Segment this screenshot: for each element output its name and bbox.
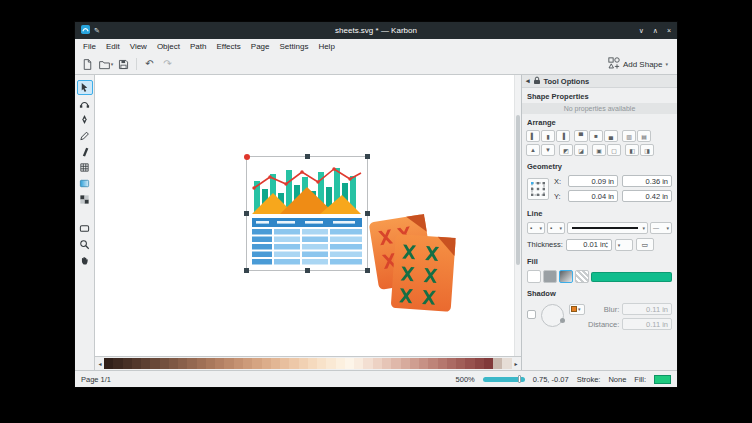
- palette-swatch[interactable]: [326, 358, 335, 369]
- menu-path[interactable]: Path: [185, 41, 211, 52]
- palette-swatch[interactable]: [410, 358, 419, 369]
- menu-help[interactable]: Help: [313, 41, 339, 52]
- palette-swatch[interactable]: [243, 358, 252, 369]
- align-top-button[interactable]: ▀: [574, 130, 588, 142]
- position-anchor-button[interactable]: [527, 178, 549, 200]
- align-center-v-button[interactable]: ■: [589, 130, 603, 142]
- palette-swatch[interactable]: [456, 358, 465, 369]
- group-button[interactable]: ▣: [592, 144, 606, 156]
- palette-swatch[interactable]: [484, 358, 493, 369]
- align-center-h-button[interactable]: ▮: [541, 130, 555, 142]
- height-field[interactable]: 0.42 in: [622, 190, 672, 202]
- align-right-button[interactable]: ▐: [556, 130, 570, 142]
- palette-swatch[interactable]: [150, 358, 159, 369]
- palette-swatch[interactable]: [447, 358, 456, 369]
- undo-button[interactable]: ↶: [141, 56, 158, 73]
- add-shape-button[interactable]: Add Shape ▾: [603, 56, 673, 72]
- blur-field[interactable]: 0.11 in: [622, 303, 672, 315]
- save-button[interactable]: [115, 56, 132, 73]
- pen-tool[interactable]: [77, 112, 93, 127]
- pattern-tool[interactable]: [77, 192, 93, 207]
- palette-swatch[interactable]: [493, 358, 502, 369]
- lock-icon[interactable]: [533, 76, 541, 87]
- selection-tool[interactable]: [77, 80, 93, 95]
- shadow-angle-dial[interactable]: [541, 304, 564, 327]
- palette-swatch[interactable]: [317, 358, 326, 369]
- palette-swatch[interactable]: [299, 358, 308, 369]
- palette-swatch[interactable]: [428, 358, 437, 369]
- distribute-v-button[interactable]: ▤: [637, 130, 651, 142]
- raise-button[interactable]: ▲: [526, 144, 540, 156]
- palette-swatch[interactable]: [354, 358, 363, 369]
- edit-shapes-tool[interactable]: [77, 96, 93, 111]
- canvas[interactable]: [95, 75, 521, 356]
- selection-handle[interactable]: [244, 268, 249, 273]
- distance-field[interactable]: 0.11 in: [622, 318, 672, 330]
- selection-handle[interactable]: [305, 154, 310, 159]
- scrollbar-thumb[interactable]: [516, 115, 520, 265]
- palette-swatch[interactable]: [262, 358, 271, 369]
- palette-swatch[interactable]: [336, 358, 345, 369]
- menu-object[interactable]: Object: [152, 41, 185, 52]
- palette-swatch[interactable]: [178, 358, 187, 369]
- palette-swatch[interactable]: [132, 358, 141, 369]
- palette-swatch[interactable]: [160, 358, 169, 369]
- stroke-value[interactable]: None: [608, 375, 626, 384]
- flip-v-button[interactable]: ◨: [640, 144, 654, 156]
- cap-style-select[interactable]: ▪ ▾: [527, 222, 545, 234]
- fill-gradient-button[interactable]: [559, 270, 573, 283]
- new-document-button[interactable]: [79, 56, 96, 73]
- pencil-tool[interactable]: [77, 128, 93, 143]
- lower-button[interactable]: ▼: [541, 144, 555, 156]
- distribute-h-button[interactable]: ▥: [622, 130, 636, 142]
- palette-swatch[interactable]: [187, 358, 196, 369]
- menu-edit[interactable]: Edit: [101, 41, 125, 52]
- palette-swatch[interactable]: [197, 358, 206, 369]
- palette-swatch[interactable]: [438, 358, 447, 369]
- grid-tool[interactable]: [77, 160, 93, 175]
- maximize-button[interactable]: ∧: [653, 27, 658, 35]
- ungroup-button[interactable]: ▢: [607, 144, 621, 156]
- palette-swatch[interactable]: [234, 358, 243, 369]
- y-position-field[interactable]: 0.04 in: [568, 190, 618, 202]
- join-style-select[interactable]: ▪ ▾: [547, 222, 565, 234]
- palette-next-button[interactable]: ▸: [512, 358, 520, 369]
- pan-tool[interactable]: [77, 253, 93, 268]
- palette-swatch[interactable]: [401, 358, 410, 369]
- thickness-spinbox[interactable]: 0.01 in ▴▾: [566, 239, 612, 251]
- dna-sheets-image[interactable]: [367, 212, 457, 315]
- palette-swatch[interactable]: [382, 358, 391, 369]
- flip-h-button[interactable]: ◧: [625, 144, 639, 156]
- dock-collapse-icon[interactable]: ◂: [526, 77, 530, 85]
- menu-settings[interactable]: Settings: [274, 41, 313, 52]
- palette-swatch[interactable]: [113, 358, 122, 369]
- menu-page[interactable]: Page: [246, 41, 275, 52]
- calligraphy-tool[interactable]: [77, 144, 93, 159]
- palette-swatch[interactable]: [280, 358, 289, 369]
- palette-swatch[interactable]: [224, 358, 233, 369]
- open-menu-caret-icon[interactable]: ▾: [111, 61, 114, 67]
- spin-down-icon[interactable]: ▾: [606, 245, 608, 249]
- dock-header[interactable]: ◂ Tool Options: [522, 75, 677, 88]
- close-button[interactable]: ×: [667, 27, 671, 35]
- selection-handle[interactable]: [365, 154, 370, 159]
- palette-swatch[interactable]: [419, 358, 428, 369]
- menu-view[interactable]: View: [125, 41, 152, 52]
- chart-image[interactable]: [246, 156, 368, 271]
- stroke-editor-button[interactable]: ▭: [636, 238, 654, 251]
- palette-prev-button[interactable]: ◂: [96, 358, 104, 369]
- dial-knob[interactable]: [560, 318, 565, 323]
- palette-swatch[interactable]: [289, 358, 298, 369]
- palette-swatch[interactable]: [104, 358, 113, 369]
- fill-solid-button[interactable]: [543, 270, 557, 283]
- selection-handle[interactable]: [305, 268, 310, 273]
- fill-color-bar[interactable]: [591, 272, 672, 282]
- fill-pattern-button[interactable]: [575, 270, 589, 283]
- palette-swatch[interactable]: [373, 358, 382, 369]
- palette-swatch[interactable]: [206, 358, 215, 369]
- bring-to-front-button[interactable]: ◩: [559, 144, 573, 156]
- gradient-tool[interactable]: [77, 176, 93, 191]
- minimize-button[interactable]: ∨: [639, 27, 644, 35]
- palette-swatch[interactable]: [502, 358, 511, 369]
- palette-swatch[interactable]: [141, 358, 150, 369]
